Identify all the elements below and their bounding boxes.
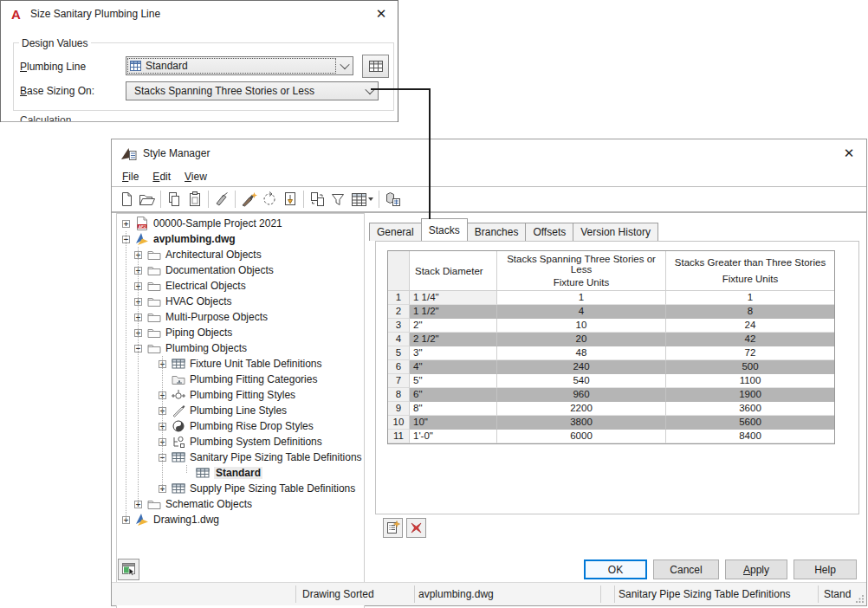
menu-edit[interactable]: Edit [146, 169, 178, 184]
purge-icon[interactable] [211, 190, 232, 209]
tree-item-architectural-objects[interactable]: + Architectural Objects [117, 247, 364, 262]
chevron-down-icon[interactable] [337, 57, 353, 74]
send-to-icon[interactable] [382, 190, 403, 209]
tab-offsets[interactable]: Offsets [525, 223, 573, 241]
row-number-cell[interactable]: 11 [388, 430, 410, 443]
fixture-units-greater-cell[interactable]: 3600 [666, 402, 834, 416]
diameter-cell[interactable]: 1'-0" [410, 430, 497, 443]
plumbing-line-combobox[interactable]: Standard [126, 56, 353, 75]
help-button[interactable]: Help [794, 559, 857, 579]
copy-icon[interactable] [164, 190, 185, 209]
diameter-cell[interactable]: 2 1/2" [410, 333, 497, 346]
fixture-units-less-cell[interactable]: 960 [497, 388, 666, 402]
row-number-cell[interactable]: 6 [388, 360, 410, 374]
tree-item-hvac-objects[interactable]: + HVAC Objects [117, 294, 364, 309]
tree-item-multi-purpose-objects[interactable]: + Multi-Purpose Objects [117, 309, 364, 325]
fixture-units-less-cell[interactable]: 540 [497, 374, 666, 388]
add-row-button[interactable] [383, 518, 403, 538]
tree-item-avplumbing-dwg[interactable]: − avplumbing.dwg [117, 231, 364, 247]
tree-item-piping-objects[interactable]: + Piping Objects [117, 325, 364, 340]
expander-icon[interactable]: + [122, 220, 130, 228]
fixture-units-greater-cell[interactable]: 72 [666, 346, 834, 360]
tree-item-supply-pipe-sizing-table-definitions[interactable]: + Supply Pipe Sizing Table Definitions [117, 481, 364, 496]
fixture-units-greater-cell[interactable]: 5600 [666, 416, 834, 430]
row-number-cell[interactable]: 4 [388, 333, 410, 346]
fixture-units-greater-cell[interactable]: 500 [666, 360, 834, 374]
menu-view[interactable]: View [178, 169, 214, 184]
tree-item-plumbing-objects[interactable]: − Plumbing Objects [117, 340, 364, 356]
diameter-cell[interactable]: 1 1/4" [410, 291, 497, 305]
new-icon[interactable] [116, 190, 137, 209]
diameter-cell[interactable]: 3" [410, 346, 497, 360]
row-number-cell[interactable]: 7 [388, 374, 410, 388]
open-icon[interactable] [137, 190, 158, 209]
row-number-cell[interactable]: 5 [388, 346, 410, 360]
tree-item-schematic-objects[interactable]: + Schematic Objects [117, 496, 364, 512]
drag-drop-toggle-button[interactable] [118, 559, 139, 580]
close-icon[interactable]: ✕ [840, 146, 858, 161]
cancel-button[interactable]: Cancel [653, 559, 719, 579]
tree-item-documentation-objects[interactable]: + Documentation Objects [117, 262, 364, 278]
row-number-cell[interactable]: 1 [388, 291, 410, 305]
tab-general[interactable]: General [369, 223, 422, 241]
menu-file[interactable]: File [115, 169, 146, 184]
resize-grip[interactable] [856, 594, 865, 603]
row-number-cell[interactable]: 8 [388, 388, 410, 402]
tree-item-drawing1-dwg[interactable]: + Drawing1.dwg [117, 512, 364, 527]
tree-item-plumbing-rise-drop-styles[interactable]: + Plumbing Rise Drop Styles [117, 418, 364, 434]
tab-version-history[interactable]: Version History [573, 223, 658, 241]
fixture-units-less-cell[interactable]: 240 [497, 360, 666, 374]
diameter-cell[interactable]: 10" [410, 416, 497, 430]
filter-icon[interactable] [327, 190, 348, 209]
tree-item-standard[interactable]: Standard [117, 465, 364, 481]
fixture-units-less-cell[interactable]: 10 [497, 319, 666, 333]
diameter-cell[interactable]: 6" [410, 388, 497, 402]
row-number-cell[interactable]: 9 [388, 402, 410, 416]
tree-item-fixture-unit-table-definitions[interactable]: + Fixture Unit Table Definitions [117, 356, 364, 372]
diameter-cell[interactable]: 1 1/2" [410, 305, 497, 319]
fixture-units-greater-cell[interactable]: 8 [666, 305, 834, 319]
fixture-units-less-cell[interactable]: 20 [497, 333, 666, 346]
diameter-cell[interactable]: 4" [410, 360, 497, 374]
fixture-units-greater-cell[interactable]: 1100 [666, 374, 834, 388]
tree-item-sanitary-pipe-sizing-table-definitions[interactable]: − Sanitary Pipe Sizing Table Definitions [117, 450, 364, 465]
paste-icon[interactable] [185, 190, 205, 209]
row-number-cell[interactable]: 10 [388, 416, 410, 430]
fixture-units-greater-cell[interactable]: 42 [666, 333, 834, 346]
tree-item-plumbing-fitting-categories[interactable]: Plumbing Fitting Categories [117, 372, 364, 387]
diameter-cell[interactable]: 8" [410, 402, 497, 416]
diameter-cell[interactable]: 5" [410, 374, 497, 388]
tree-item-project[interactable]: + APJ 00000-Sample Project 2021 [117, 216, 364, 231]
fixture-units-less-cell[interactable]: 48 [497, 346, 666, 360]
chevron-down-icon[interactable] [362, 82, 378, 100]
view-toggle-icon[interactable] [348, 190, 376, 209]
set-from-icon[interactable] [259, 190, 280, 209]
tree-item-electrical-objects[interactable]: + Electrical Objects [117, 278, 364, 294]
fixture-units-less-cell[interactable]: 1 [497, 291, 666, 305]
tab-branches[interactable]: Branches [467, 223, 527, 241]
delete-row-button[interactable] [406, 518, 426, 538]
apply-button[interactable]: Apply [725, 559, 787, 579]
synchronize-icon[interactable] [307, 190, 327, 209]
fixture-units-less-cell[interactable]: 2200 [497, 402, 666, 416]
tree-item-plumbing-line-styles[interactable]: + Plumbing Line Styles [117, 403, 364, 418]
test-style-icon[interactable] [280, 190, 301, 209]
base-sizing-on-combobox[interactable]: Stacks Spanning Three Stories or Less [126, 81, 379, 100]
tab-stacks[interactable]: Stacks [421, 218, 468, 241]
new-style-icon[interactable] [238, 190, 259, 209]
ok-button[interactable]: OK [584, 559, 647, 579]
table-definition-button[interactable] [362, 55, 389, 78]
fixture-units-greater-cell[interactable]: 24 [666, 319, 834, 333]
row-number-cell[interactable]: 2 [388, 305, 410, 319]
fixture-units-less-cell[interactable]: 6000 [497, 430, 666, 443]
fixture-units-less-cell[interactable]: 3800 [497, 416, 666, 430]
row-number-cell[interactable]: 3 [388, 319, 410, 333]
fixture-units-greater-cell[interactable]: 1 [666, 291, 834, 305]
tree-item-plumbing-fitting-styles[interactable]: + Plumbing Fitting Styles [117, 387, 364, 403]
tree-item-plumbing-system-definitions[interactable]: + Plumbing System Definitions [117, 434, 364, 450]
fixture-units-greater-cell[interactable]: 1900 [666, 388, 834, 402]
fixture-units-greater-cell[interactable]: 8400 [666, 430, 834, 443]
fixture-units-less-cell[interactable]: 4 [497, 305, 666, 319]
diameter-cell[interactable]: 2" [410, 319, 497, 333]
close-icon[interactable]: ✕ [372, 6, 390, 22]
